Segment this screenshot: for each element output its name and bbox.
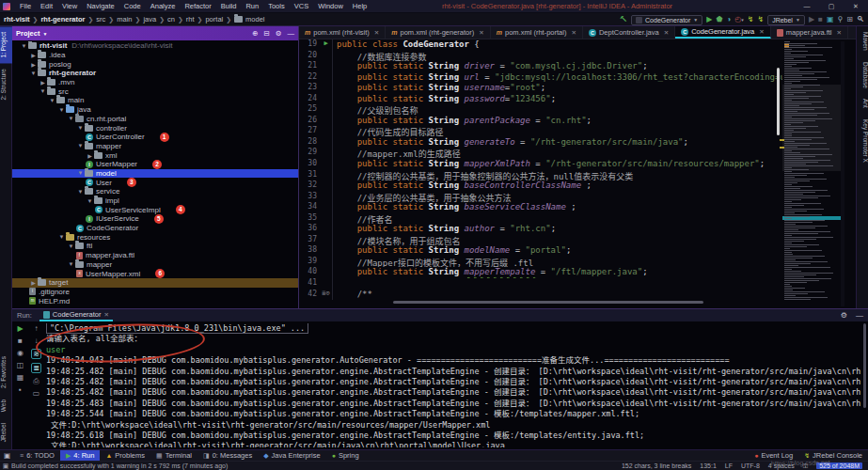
tree-open-arrow-icon[interactable]: ▼ xyxy=(67,261,75,267)
toolwindow-button-0-messages[interactable]: ◨0: Messages xyxy=(197,450,258,462)
build-hammer-icon[interactable]: 🔨︎ xyxy=(620,13,627,26)
tree-item-rht-visit[interactable]: ▼rht-visitD:\rht\workspace\ideal\rht-vis… xyxy=(12,41,298,51)
editor-tab-pom.xml-rht-visit-[interactable]: mpom.xml (rht-visit)✕ xyxy=(299,26,386,39)
run-config-selector[interactable]: CodeGenerator▼ xyxy=(631,15,702,25)
tree-open-arrow-icon[interactable]: ▼ xyxy=(76,170,85,176)
tree-open-arrow-icon[interactable]: ▼ xyxy=(29,70,38,76)
toolwindow-toggle-icon[interactable]: ▣ xyxy=(0,462,11,470)
toolwindow-button-problems[interactable]: ▲Problems xyxy=(100,450,150,462)
editor-scrollbar-thumb[interactable] xyxy=(777,68,780,135)
tree-open-arrow-icon[interactable]: ▼ xyxy=(39,88,47,94)
tree-item-IUserService[interactable]: IIUserService5 xyxy=(12,214,298,224)
menu-view[interactable]: View xyxy=(57,2,82,10)
jrebel-debug-icon[interactable]: ↯ xyxy=(757,13,764,26)
close-icon[interactable]: ✕ xyxy=(837,29,842,37)
tree-open-arrow-icon[interactable]: ▼ xyxy=(76,125,85,131)
toolwindow-button-jrebel-console[interactable]: ↯JRebel Console xyxy=(798,450,868,462)
breadcrumb-item-main[interactable]: main xyxy=(117,15,132,24)
tree-open-arrow-icon[interactable]: ▼ xyxy=(67,116,75,121)
tree-closed-arrow-icon[interactable]: ▶ xyxy=(29,52,38,58)
tree-item-src[interactable]: ▼src xyxy=(12,86,298,96)
tree-item-xml[interactable]: ▶xml xyxy=(12,150,298,160)
toolwindow-button-spring[interactable]: ●Spring xyxy=(326,450,365,462)
code-editor[interactable]: 19▶public class CodeGenerator {20 //数据库连… xyxy=(299,39,782,308)
tree-item-mapper[interactable]: ▼mapper xyxy=(12,142,298,151)
find-usages-icon[interactable]: ⚲ xyxy=(837,13,843,26)
tree-item-poslog[interactable]: ▶poslog xyxy=(12,59,298,69)
tool-strip-jrebel[interactable]: JRebel xyxy=(0,417,12,447)
close-icon[interactable]: ✕ xyxy=(479,29,483,37)
tree-item-ftl[interactable]: ▼ftl xyxy=(12,242,298,251)
status-stat[interactable]: 4 spaces xyxy=(768,462,795,469)
console-scrollbar[interactable] xyxy=(863,323,866,408)
profiler-icon[interactable]: ◴▾ xyxy=(734,13,744,26)
breadcrumb-item-src[interactable]: src xyxy=(96,15,105,24)
jrebel-selector[interactable]: JRebel▼ xyxy=(767,15,805,25)
menu-vcs[interactable]: VCS xyxy=(290,2,313,10)
soft-wrap-icon[interactable]: ≋ xyxy=(31,349,41,359)
status-stat[interactable]: 152 chars, 3 line breaks xyxy=(622,462,691,469)
close-button[interactable]: ✕ xyxy=(844,0,868,13)
tree-item-cn.rht.portal[interactable]: ▼cn.rht.portal xyxy=(12,115,298,124)
editor-tab-DeptController.java[interactable]: CDeptController.java✕ xyxy=(583,26,675,39)
horizontal-scrollbar[interactable] xyxy=(393,301,703,304)
status-stat[interactable]: LF xyxy=(725,462,733,469)
menu-build[interactable]: Build xyxy=(216,2,242,10)
menu-analyze[interactable]: Analyze xyxy=(146,2,181,10)
breadcrumb-item-java[interactable]: java xyxy=(143,15,156,24)
tree-item-controller[interactable]: ▼controller xyxy=(12,123,298,133)
tree-item-User[interactable]: CUser3 xyxy=(12,178,298,187)
tree-open-arrow-icon[interactable]: ▼ xyxy=(86,198,94,204)
menu-code[interactable]: Code xyxy=(119,2,146,10)
editor-tab-pom.xml-rht-generator-[interactable]: mpom.xml (rht-generator)✕ xyxy=(386,26,490,39)
breadcrumb-item-rht[interactable]: rht xyxy=(186,15,195,24)
menu-refactor[interactable]: Refactor xyxy=(180,2,215,10)
maximize-button[interactable]: ▢ xyxy=(819,0,844,13)
tree-item-target[interactable]: ▶target xyxy=(12,278,298,288)
run-button[interactable]: ▶ xyxy=(706,13,712,26)
tree-open-arrow-icon[interactable]: ▼ xyxy=(57,107,66,113)
tree-item-mapper.java.ftl[interactable]: fmapper.java.ftl xyxy=(12,251,298,260)
menu-help[interactable]: Help xyxy=(348,2,371,10)
code-minimap[interactable] xyxy=(784,41,839,305)
tool-strip-2-structure[interactable]: 2: Structure xyxy=(0,63,12,106)
editor-tab-pom.xml-rht-portal-[interactable]: mpom.xml (rht-portal)✕ xyxy=(491,26,583,39)
tree-item-model[interactable]: ▼model xyxy=(12,169,298,179)
close-icon[interactable]: ✕ xyxy=(374,29,379,37)
tool-strip-2-favorites[interactable]: 2: Favorites xyxy=(0,351,12,394)
tree-item-UserServiceImpl[interactable]: CUserServiceImpl4 xyxy=(12,205,298,214)
editor-tab-CodeGenerator.java[interactable]: CCodeGenerator.java✕ xyxy=(675,26,771,39)
breadcrumb-item-model[interactable]: model xyxy=(245,15,264,24)
run-tab[interactable]: CodeGenerator ✕ xyxy=(39,309,113,321)
tree-item-UserController[interactable]: CUserController1 xyxy=(12,133,298,142)
tree-closed-arrow-icon[interactable]: ▶ xyxy=(29,61,38,68)
gear-icon[interactable]: ⚙︎ xyxy=(276,29,282,38)
menu-tools[interactable]: Tools xyxy=(263,2,290,10)
tree-item-UserMapper.xml[interactable]: xUserMapper.xml6 xyxy=(12,269,298,278)
tool-strip-key-promoter-x[interactable]: Key Promoter X xyxy=(857,114,868,168)
tree-item-.mvn[interactable]: ▶.mvn xyxy=(12,78,298,87)
menu-window[interactable]: Window xyxy=(313,2,348,10)
editor-tab-mapper.java.ftl[interactable]: mapper.java.ftl✕ xyxy=(771,26,848,39)
tree-open-arrow-icon[interactable]: ▼ xyxy=(57,234,66,240)
toolwindow-button-event-log[interactable]: ●Event Log xyxy=(749,450,798,462)
run-console[interactable]: "C:\Program Files\Java\jdk1.8.0_231\bin\… xyxy=(46,323,860,447)
layout-icon[interactable]: ⊞ xyxy=(846,13,853,26)
tree-open-arrow-icon[interactable]: ▼ xyxy=(48,98,56,103)
toolwindow-toggle-icon[interactable]: ▣ xyxy=(0,450,14,462)
tree-item-rht-generator[interactable]: ▼rht-generator xyxy=(12,69,298,78)
stop-icon[interactable]: ■ xyxy=(18,337,23,345)
tree-item-HELP.md[interactable]: mHELP.md xyxy=(12,296,298,306)
pin-icon[interactable]: ▪ xyxy=(19,385,22,394)
lock-icon[interactable]: ⚿︎ xyxy=(803,462,808,470)
status-stat[interactable]: UTF-8 xyxy=(741,462,760,469)
tree-closed-arrow-icon[interactable]: ▶ xyxy=(86,152,94,159)
menu-navigate[interactable]: Navigate xyxy=(82,2,119,10)
tool-strip-ant[interactable]: Ant xyxy=(857,93,868,114)
fold-gutter-icon[interactable]: ≣⊙ xyxy=(320,290,332,301)
minimize-button[interactable]: — xyxy=(795,0,819,13)
hide-panel-icon[interactable]: — xyxy=(856,311,863,320)
tree-item-mapper[interactable]: ▼mapper xyxy=(12,260,298,270)
jrebel-run-icon[interactable]: ↯ xyxy=(748,13,754,26)
search-everywhere-icon[interactable]: 🔍︎ xyxy=(857,13,864,26)
